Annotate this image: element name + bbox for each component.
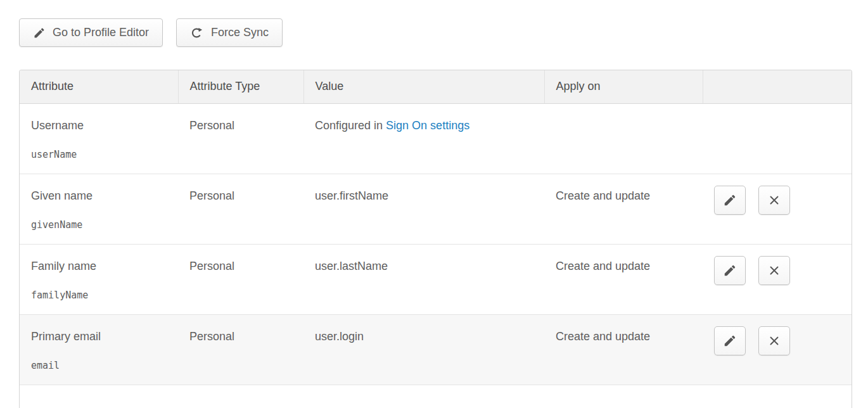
value-cell: user.firstName — [303, 174, 544, 244]
column-header-value: Value — [303, 70, 544, 103]
apply-on-cell: Create and update — [544, 314, 703, 385]
column-header-apply-on: Apply on — [544, 70, 703, 103]
table-row-given-name: Given name givenName Personal user.first… — [20, 174, 852, 244]
table-row-family-name: Family name familyName Personal user.las… — [20, 244, 852, 314]
force-sync-label: Force Sync — [211, 26, 269, 39]
x-icon — [767, 334, 781, 348]
table-header-row: Attribute Attribute Type Value Apply on — [20, 70, 852, 103]
apply-on-cell: Create and update — [544, 174, 703, 244]
attribute-label: Family name — [31, 260, 170, 273]
apply-on-cell: Create and update — [544, 244, 703, 314]
column-header-actions — [703, 70, 852, 103]
toolbar: Go to Profile Editor Force Sync — [19, 18, 283, 47]
delete-mapping-button[interactable] — [758, 256, 790, 285]
edit-mapping-button[interactable] — [714, 326, 746, 355]
value-cell: Configured in Sign On settings — [303, 103, 544, 174]
go-to-profile-editor-button[interactable]: Go to Profile Editor — [19, 18, 163, 47]
attribute-type-cell: Personal — [178, 314, 303, 385]
attribute-variable: familyName — [31, 290, 170, 301]
value-cell: user.login — [303, 314, 544, 385]
edit-mapping-button[interactable] — [714, 186, 746, 215]
attribute-label: Username — [31, 119, 170, 132]
x-icon — [767, 264, 781, 277]
edit-mapping-button[interactable] — [714, 256, 746, 285]
x-icon — [767, 193, 781, 207]
value-prefix: Configured in — [315, 119, 386, 132]
delete-mapping-button[interactable] — [758, 186, 790, 215]
delete-mapping-button[interactable] — [758, 326, 790, 355]
attribute-label: Given name — [31, 189, 170, 203]
value-cell: user.lastName — [303, 244, 544, 314]
table-row-username: Username userName Personal Configured in… — [20, 103, 852, 174]
sign-on-settings-link[interactable]: Sign On settings — [386, 119, 469, 132]
column-header-attribute-type: Attribute Type — [178, 70, 303, 103]
column-header-attribute: Attribute — [20, 70, 178, 103]
attribute-mapping-table: Attribute Attribute Type Value Apply on … — [19, 70, 852, 408]
attribute-variable: email — [31, 360, 170, 371]
pencil-icon — [723, 264, 737, 277]
table-row-partial — [20, 385, 852, 408]
attribute-variable: userName — [31, 149, 170, 160]
pencil-icon — [723, 334, 737, 348]
go-to-profile-editor-label: Go to Profile Editor — [53, 26, 149, 39]
attribute-type-cell: Personal — [178, 103, 303, 174]
pencil-icon — [723, 193, 737, 207]
attribute-label: Primary email — [31, 330, 170, 343]
refresh-icon — [190, 26, 204, 40]
attribute-type-cell: Personal — [178, 174, 303, 244]
pencil-icon — [33, 27, 46, 39]
table-row-primary-email: Primary email email Personal user.login … — [20, 314, 852, 385]
force-sync-button[interactable]: Force Sync — [176, 18, 283, 47]
attribute-type-cell: Personal — [178, 244, 303, 314]
apply-on-cell — [544, 103, 703, 174]
attribute-variable: givenName — [31, 219, 170, 231]
